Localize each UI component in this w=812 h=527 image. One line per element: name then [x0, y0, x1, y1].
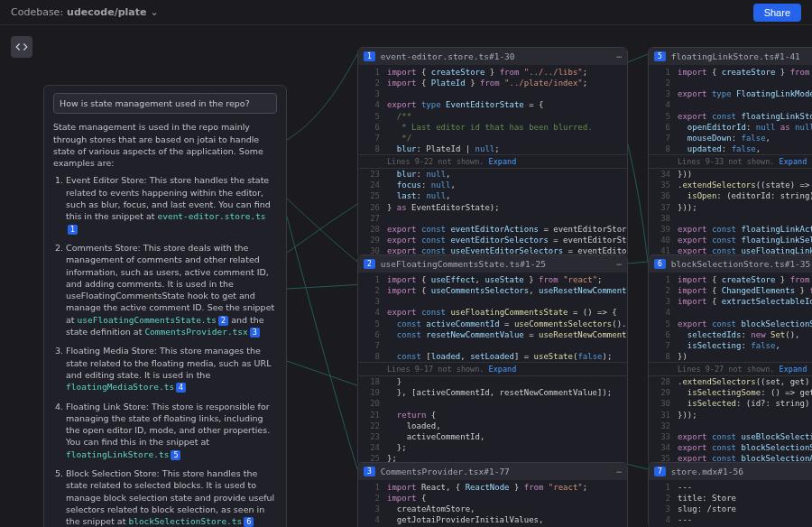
- expand-button[interactable]: Expand: [489, 365, 517, 374]
- card-header: 7 store.mdx#1-56 ⋯: [649, 463, 812, 480]
- code-line: 34})): [649, 169, 812, 180]
- code-line: 3: [358, 296, 627, 307]
- code-card[interactable]: 2 useFloatingCommentsState.ts#1-25 ⋯ 1im…: [357, 254, 628, 467]
- code-line: 22 loaded,: [358, 421, 627, 431]
- code-line: 39export const floatingLinkActions = flo…: [649, 224, 812, 235]
- code-line: 20: [358, 398, 627, 409]
- code-line: 28.extendSelectors((set, get) => ({: [649, 376, 812, 387]
- card-header: 2 useFloatingCommentsState.ts#1-25 ⋯: [358, 255, 627, 273]
- snippet-badge[interactable]: 4: [176, 383, 186, 393]
- code-body: 1import { createStore } from "../../libs…: [358, 65, 627, 258]
- code-line: 19 }, [activeCommentId, resetNewCommentV…: [358, 387, 627, 398]
- code-line: 4: [649, 307, 812, 318]
- snippet-ref[interactable]: useFloatingCommentsState.ts: [78, 315, 217, 325]
- code-line: 2import {: [358, 493, 627, 504]
- code-line: 24 };: [358, 442, 627, 453]
- code-line: 1import { createStore } from "@udecode/p: [649, 67, 812, 78]
- snippet-badge[interactable]: 5: [171, 450, 180, 460]
- app-logo-icon[interactable]: [11, 36, 32, 58]
- answer-item: Comments Store: This store deals with th…: [66, 242, 277, 337]
- card-menu-icon[interactable]: ⋯: [617, 467, 622, 476]
- code-card[interactable]: 6 blockSelectionStore.ts#1-35 ⋯ 1import …: [648, 254, 812, 467]
- code-line: 3 createAtomStore,: [358, 504, 627, 514]
- code-line: 18 }: [358, 376, 627, 387]
- card-title: useFloatingCommentsState.ts#1-25: [381, 259, 612, 269]
- snippet-badge[interactable]: 3: [250, 328, 260, 337]
- code-line: 5export const blockSelectionStore = crea: [649, 319, 812, 329]
- snippet-ref[interactable]: floatingLinkStore.ts: [66, 449, 169, 459]
- code-body: 1---2title: Store3slug: /store4---: [649, 480, 812, 527]
- codebase-name: udecode/plate: [67, 6, 146, 18]
- code-line: 7 mouseDown: false,: [649, 133, 812, 143]
- code-line: 4: [649, 99, 812, 110]
- code-card[interactable]: 3 CommentsProvider.tsx#1-77 ⋯ 1import Re…: [357, 462, 628, 527]
- answer-item: Floating Link Store: This store is respo…: [66, 401, 277, 460]
- snippet-ref[interactable]: blockSelectionStore.ts: [128, 516, 242, 526]
- card-title: event-editor.store.ts#1-30: [381, 51, 612, 61]
- snippet-badge[interactable]: 6: [244, 517, 254, 527]
- code-line: 2import { PlateId } from "../plate/index…: [358, 78, 627, 88]
- answer-item: Event Editor Store: This store handles t…: [66, 174, 277, 234]
- code-line: 3import { extractSelectableIds } from ".: [649, 296, 812, 307]
- code-line: 8}): [649, 351, 812, 362]
- code-line: 30 isSelected: (id?: string) => id &&: [649, 398, 812, 409]
- answer-item: Floating Media Store: This store manages…: [66, 345, 277, 393]
- code-line: 40export const floatingLinkSelectors = f…: [649, 235, 812, 245]
- code-line: 3slug: /store: [649, 504, 812, 514]
- expand-button[interactable]: Expand: [780, 157, 807, 166]
- code-line: 8 blur: PlateId | null;: [358, 143, 627, 154]
- code-line: 2title: Store: [649, 493, 812, 504]
- code-line: 23 blur: null,: [358, 169, 627, 180]
- code-line: 4---: [649, 514, 812, 525]
- question-box[interactable]: How is state management used in the repo…: [53, 93, 277, 114]
- card-title: floatingLinkStore.ts#1-41: [671, 51, 812, 61]
- expand-button[interactable]: Expand: [780, 365, 807, 374]
- chevron-down-icon: ⌄: [150, 6, 158, 18]
- code-line: 1import { createStore } from "@udecode/p: [649, 274, 812, 285]
- code-line: 1import React, { ReactNode } from "react…: [358, 482, 627, 493]
- code-line: 7: [358, 340, 627, 351]
- fold-indicator: Lines 9-22 not shown. Expand: [358, 154, 627, 169]
- code-card[interactable]: 7 store.mdx#1-56 ⋯ 1---2title: Store3slu…: [648, 462, 812, 527]
- code-line: 5 /**: [358, 111, 627, 122]
- answer-list: Event Editor Store: This store handles t…: [53, 174, 277, 527]
- share-button[interactable]: Share: [753, 4, 801, 22]
- code-body: 1import { useEffect, useState } from "re…: [358, 273, 627, 466]
- card-badge: 2: [364, 259, 375, 269]
- code-line: 5export const floatingLinkStore = create: [649, 111, 812, 122]
- codebase-prefix: Codebase:: [11, 6, 63, 18]
- code-line: 34export const blockSelectionSelectors =…: [649, 442, 812, 453]
- snippet-ref[interactable]: floatingMediaStore.ts: [66, 382, 174, 392]
- snippet-ref[interactable]: CommentsProvider.tsx: [144, 327, 247, 337]
- code-card[interactable]: 1 event-editor.store.ts#1-30 ⋯ 1import {…: [357, 47, 628, 259]
- snippet-badge[interactable]: 1: [68, 225, 78, 235]
- code-line: 8 const [loaded, setLoaded] = useState(f…: [358, 351, 627, 362]
- codebase-selector[interactable]: Codebase: udecode/plate ⌄: [11, 6, 159, 18]
- card-menu-icon[interactable]: ⋯: [617, 52, 622, 61]
- code-line: 25 last: null,: [358, 190, 627, 201]
- code-line: 8 updated: false,: [649, 143, 812, 154]
- code-line: 24 focus: null,: [358, 180, 627, 190]
- code-body: 1import React, { ReactNode } from "react…: [358, 480, 627, 527]
- code-line: 23 activeCommentId,: [358, 431, 627, 442]
- code-line: 27: [358, 213, 627, 224]
- code-line: 32: [649, 421, 812, 431]
- code-line: 38: [649, 213, 812, 224]
- fold-indicator: Lines 9-33 not shown. Expand: [649, 154, 812, 169]
- code-line: 6 openEditorId: null as null | string,: [649, 122, 812, 133]
- card-badge: 5: [654, 51, 666, 61]
- card-menu-icon[interactable]: ⋯: [617, 260, 622, 269]
- code-body: 1import { createStore } from "@udecode/p…: [649, 273, 812, 466]
- snippet-badge[interactable]: 2: [218, 316, 228, 326]
- expand-button[interactable]: Expand: [489, 157, 517, 166]
- code-line: 2import { useCommentsSelectors, useReset…: [358, 285, 627, 296]
- snippet-ref[interactable]: event-editor.store.ts: [157, 211, 265, 221]
- code-card[interactable]: 5 floatingLinkStore.ts#1-41 ⋯ 1import { …: [648, 47, 812, 259]
- card-badge: 3: [364, 467, 375, 476]
- card-badge: 7: [654, 467, 666, 476]
- code-line: 4export type EventEditorState = {: [358, 99, 627, 110]
- code-line: 1import { useEffect, useState } from "re…: [358, 274, 627, 285]
- code-line: 35.extendSelectors((state) => ({: [649, 180, 812, 190]
- code-line: 6 selectedIds: new Set(),: [649, 329, 812, 340]
- card-header: 6 blockSelectionStore.ts#1-35 ⋯: [649, 255, 812, 273]
